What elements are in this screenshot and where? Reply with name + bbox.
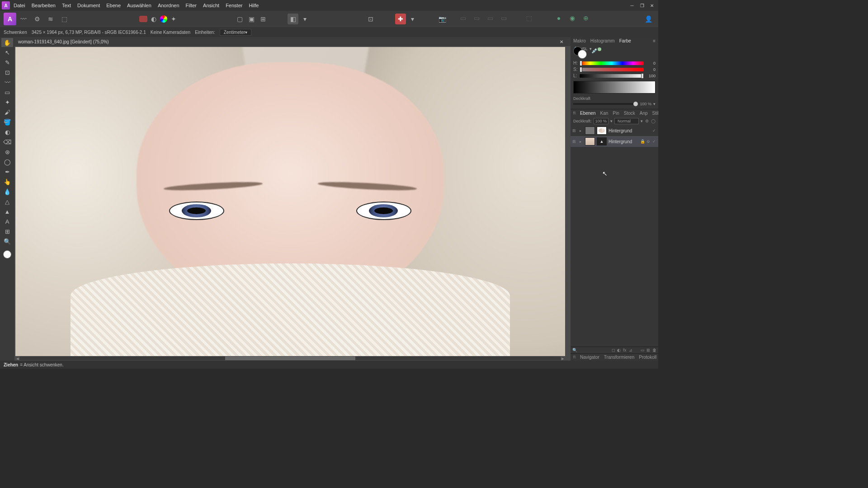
document-tab-close-icon[interactable]: ✕ [558, 39, 565, 44]
adjustment-icon[interactable]: ◐ [617, 348, 621, 352]
swatch1-icon[interactable] [139, 16, 147, 22]
sharpen-tool-icon[interactable]: △ [1, 197, 13, 206]
assistant-icon[interactable]: ✚ [395, 14, 406, 24]
move-tool-icon[interactable]: ↖ [1, 48, 13, 57]
delete-layer-icon[interactable]: 🗑 [652, 348, 656, 352]
menu-ebene[interactable]: Ebene [106, 3, 121, 8]
layer-settings-icon[interactable]: ⚙ [645, 119, 649, 123]
layer-fx-icon[interactable]: ◯ [651, 119, 656, 123]
layer-search-icon[interactable]: 🔍 [572, 348, 577, 352]
expand-icon[interactable]: ▸ [580, 129, 583, 133]
assistant-dropdown-icon[interactable]: ▾ [407, 14, 418, 24]
color-picker-tool-icon[interactable]: ✎ [1, 58, 13, 67]
picker-icon[interactable]: ◐ [148, 14, 159, 24]
mask-icon[interactable]: ◻ [611, 348, 615, 352]
group-icon[interactable]: ▭ [640, 348, 645, 352]
sat-value[interactable]: 0 [646, 67, 656, 72]
menu-hilfe[interactable]: Hilfe [249, 3, 259, 8]
align-icon[interactable]: ⬚ [524, 13, 534, 23]
link-icon[interactable]: ⊚ [646, 139, 651, 144]
flood-select-icon[interactable]: ✦ [1, 98, 13, 107]
layer-thumbnail[interactable] [585, 137, 595, 145]
menu-auswaehlen[interactable]: Auswählen [127, 3, 151, 8]
chevron-down-icon[interactable]: ▾ [610, 119, 613, 123]
close-button[interactable]: ✕ [647, 1, 656, 9]
gradient-preview[interactable] [573, 81, 656, 94]
menu-ansicht[interactable]: Ansicht [203, 3, 219, 8]
snapshot-icon[interactable]: 📷 [437, 14, 448, 24]
tab-histogramm[interactable]: Histogramm [590, 38, 615, 43]
smudge-tool-icon[interactable]: 👆 [1, 177, 13, 186]
lgt-slider[interactable] [580, 74, 644, 78]
menu-bearbeiten[interactable]: Bearbeiten [32, 3, 56, 8]
units-dropdown[interactable]: Zentimeter▾ [220, 29, 252, 36]
blur-tool-icon[interactable]: 💧 [1, 187, 13, 196]
brush-tool-icon[interactable]: 🖌 [1, 108, 13, 117]
arrange3-icon[interactable]: ▭ [485, 13, 495, 23]
tab-protokoll[interactable]: Protokoll [639, 355, 656, 360]
visibility-icon[interactable]: ⊞ [572, 128, 578, 133]
tab-transformieren[interactable]: Transformieren [604, 355, 634, 360]
quickmask-icon[interactable]: ◧ [288, 14, 298, 24]
tab-pin[interactable]: Pin [613, 111, 619, 116]
cloud1-icon[interactable]: ● [553, 13, 564, 23]
zoom-tool-icon[interactable]: 🔍 [1, 237, 13, 246]
panel-pin-icon[interactable]: ⎘ [573, 111, 576, 115]
opacity-slider[interactable] [573, 103, 638, 105]
cloud3-icon[interactable]: ⊕ [580, 13, 591, 23]
layer-row[interactable]: ⊞ ▸ ▲ Hintergrund 🔒 ⊚ ✓ [571, 136, 658, 147]
marquee-tool-icon[interactable]: ▭ [1, 88, 13, 97]
crop-icon[interactable]: ⊡ [365, 14, 376, 24]
hand-tool-icon[interactable]: ✋ [1, 38, 13, 47]
autolevel-icon[interactable]: ✦ [168, 14, 179, 24]
gradient-tool-icon[interactable]: ◐ [1, 127, 13, 136]
persona-develop-icon[interactable]: ⚙ [31, 13, 43, 25]
dropdown-arrow-icon[interactable]: ▾ [299, 14, 310, 24]
blend-mode-dropdown[interactable]: Normal [614, 118, 639, 124]
document-tab-title[interactable]: woman-1919143_640.jpg [Geändert] (75,0%) [18, 39, 109, 44]
arrange1-icon[interactable]: ▭ [458, 13, 468, 23]
crop-tool-icon[interactable]: ⊡ [1, 68, 13, 77]
shape-tool-icon[interactable]: ▲ [1, 207, 13, 216]
erase-tool-icon[interactable]: ⌫ [1, 137, 13, 146]
panel-pin-icon[interactable]: ⎘ [573, 355, 576, 359]
tab-anp[interactable]: Anp [640, 111, 648, 116]
lgt-value[interactable]: 100 [646, 74, 656, 78]
visibility-icon[interactable]: ⊞ [572, 139, 578, 144]
add-pixel-layer-icon[interactable]: ⊞ [646, 348, 651, 352]
layer-check-icon[interactable]: ✓ [652, 139, 656, 144]
chevron-down-icon[interactable]: ▾ [641, 119, 643, 123]
layer-mask-thumbnail[interactable]: ▲ [597, 137, 607, 145]
chevron-down-icon[interactable]: ▾ [653, 102, 656, 106]
persona-export-icon[interactable]: ⬚ [58, 13, 71, 25]
selection-brush-icon[interactable]: 〰 [1, 78, 13, 87]
canvas[interactable] [15, 47, 565, 356]
clone-tool-icon[interactable]: ⊛ [1, 147, 13, 156]
cloud2-icon[interactable]: ◉ [567, 13, 578, 23]
menu-text[interactable]: Text [62, 3, 71, 8]
foreground-swatch[interactable] [3, 250, 11, 258]
persona-liquify-icon[interactable]: 〰 [17, 13, 30, 25]
layer-thumbnail[interactable] [585, 127, 595, 135]
lock-icon[interactable]: 🔒 [640, 139, 645, 144]
dodge-tool-icon[interactable]: ◯ [1, 157, 13, 166]
persona-photo-icon[interactable]: A [4, 13, 16, 25]
tab-stile[interactable]: Stile [652, 111, 658, 116]
opacity-value[interactable]: 100 % [640, 102, 651, 106]
hue-slider[interactable] [580, 61, 644, 65]
tab-kan[interactable]: Kan [600, 111, 608, 116]
select-none-icon[interactable]: ▢ [234, 14, 245, 24]
horizontal-scrollbar[interactable]: ◂ ▸ [15, 356, 565, 361]
menu-anordnen[interactable]: Anordnen [158, 3, 179, 8]
tab-navigator[interactable]: Navigator [580, 355, 599, 360]
persona-tonemap-icon[interactable]: ≋ [44, 13, 57, 25]
text-tool-icon[interactable]: A [1, 217, 13, 226]
layer-opacity-value[interactable]: 100 % [594, 118, 609, 124]
eyedropper-icon[interactable]: 💉 [591, 47, 598, 54]
foreground-color-swatch[interactable] [578, 50, 587, 59]
menu-datei[interactable]: Datei [14, 3, 25, 8]
tab-stock[interactable]: Stock [624, 111, 635, 116]
arrange4-icon[interactable]: ▭ [498, 13, 509, 23]
layer-name[interactable]: Hintergrund [609, 139, 638, 144]
account-icon[interactable]: 👤 [642, 13, 655, 25]
